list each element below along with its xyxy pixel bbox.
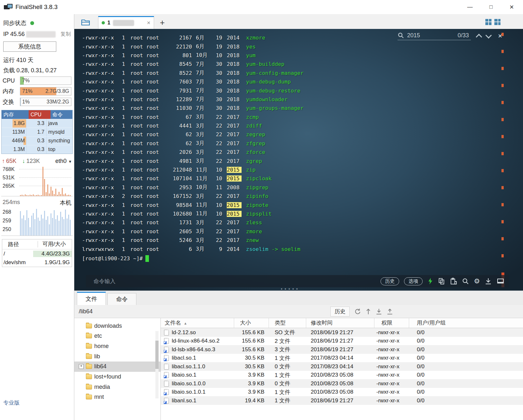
paste-icon[interactable] [450, 278, 457, 285]
file-row[interactable]: ld-2.12.so 155.6 KB SO 文件 2018/06/19 21:… [161, 328, 523, 337]
new-tab-button[interactable]: + [160, 19, 165, 26]
search-prev-button[interactable] [476, 34, 482, 40]
file-name: yum-config-manager [246, 70, 304, 76]
modified-month: 11月 [196, 175, 212, 182]
copy-icon[interactable] [438, 278, 445, 285]
close-button[interactable]: ✕ [509, 4, 514, 11]
chart-bar [23, 215, 24, 236]
tree-scrollbar-thumb[interactable] [155, 341, 159, 369]
file-row[interactable]: libaio.so.1.0.0 3.9 KB 0 文件 2010/08/23 0… [161, 379, 523, 388]
tree-item[interactable]: + etc [74, 331, 161, 341]
terminal-row: -rwxr-xr-x 1 root root 12289 7月 30 2018 … [82, 95, 523, 104]
header-perms[interactable]: 权限 [374, 318, 409, 328]
process-header-cpu[interactable]: CPU [29, 110, 50, 119]
current-path[interactable]: /lib64 [74, 308, 93, 315]
system-info-button[interactable]: 系统信息 [3, 41, 56, 52]
header-user[interactable]: 用户/用户组 [409, 318, 523, 328]
owner-group: root root [130, 70, 162, 76]
minimize-button[interactable]: — [467, 4, 473, 10]
interface-dropdown[interactable]: eth0 ▼ [55, 158, 72, 165]
disk-header-size[interactable]: 可用/大小 [38, 241, 72, 247]
header-type[interactable]: 类型 [269, 318, 306, 328]
file-name: yum-groups-manager [246, 105, 304, 111]
owner-group: root root [130, 96, 162, 103]
refresh-icon[interactable] [354, 308, 361, 315]
tree-item[interactable]: + home [74, 341, 161, 352]
process-header-mem[interactable]: 内存 [2, 110, 29, 119]
modified-day: 10 [212, 211, 222, 217]
file-row[interactable]: libanl.so.1 19.4 KB 1 文件 2018/06/19 21:2… [161, 396, 523, 405]
find-icon[interactable] [462, 278, 469, 285]
session-tab[interactable]: 1 ✕ [98, 16, 154, 29]
file-row[interactable]: libacl.so.1.1.0 30.5 KB 0 文件 2017/08/23 … [161, 362, 523, 371]
modified-month: 6月 [196, 43, 212, 50]
file-size: 62 [162, 140, 192, 147]
file-row[interactable]: libacl.so.1 30.5 KB 1 文件 2017/08/23 04:1… [161, 354, 523, 362]
tree-item[interactable]: + media [74, 382, 161, 392]
link-count: 1 [115, 79, 125, 85]
header-size[interactable]: 大小 [234, 318, 269, 328]
file-size: 67 [162, 114, 192, 120]
modified-day: 10 [212, 52, 222, 58]
ping-ytick: 268 [3, 209, 11, 215]
cpu-meter: 7% [20, 76, 71, 85]
chart-bar [49, 193, 50, 196]
tree-item[interactable]: + mnt [74, 392, 161, 402]
download-icon[interactable] [485, 278, 492, 285]
chart-bar [50, 213, 51, 236]
modified-day: 22 [212, 131, 222, 138]
file-row-mtime: 2010/08/23 05:08 [306, 389, 374, 395]
file-row-perms: -rwxr-xr-x [374, 329, 409, 336]
transfer-up-icon[interactable] [365, 308, 371, 315]
search-input[interactable]: 2015 [407, 32, 448, 39]
upload-file-icon[interactable] [387, 308, 393, 315]
open-connections-button[interactable] [80, 17, 91, 27]
expander-icon[interactable]: + [79, 364, 84, 369]
fullscreen-window-icon[interactable] [497, 278, 504, 285]
file-row[interactable]: ld-lsb-x86-64.so.3 155.6 KB 3 文件 2018/06… [161, 345, 523, 354]
tab-close-icon[interactable]: ✕ [147, 20, 151, 25]
modified-day: 22 [212, 114, 222, 120]
process-header-cmd[interactable]: 命令 [50, 110, 72, 119]
file-row[interactable]: libaio.so.1.0.1 3.9 KB 1 文件 2010/08/23 0… [161, 388, 523, 397]
bottom-tab[interactable]: 命令 [107, 293, 136, 305]
maximize-button[interactable]: □ [489, 4, 492, 10]
path-history-button[interactable]: 历史 [330, 307, 350, 317]
modified-month: 3月 [196, 219, 212, 226]
bottom-tab[interactable]: 文件 [77, 292, 106, 305]
quick-command-icon[interactable] [427, 278, 433, 285]
process-row[interactable]: 446M 0.3 syncthing [2, 136, 72, 145]
terminal-panel[interactable]: -rwxr-xr-x 1 root root 2167 6月 19 2014 x… [74, 29, 523, 290]
layout-grid-icon[interactable] [485, 19, 491, 25]
process-row[interactable]: 113M 1.7 mysqld [2, 128, 72, 136]
search-next-button[interactable] [485, 32, 492, 39]
process-cpu: 0.3 [26, 137, 47, 145]
header-filename[interactable]: 文件名▲ [161, 318, 234, 328]
tree-items: + downloads + etc + home + lib + lib64 +… [74, 321, 161, 402]
settings-gear-icon[interactable]: ⚙ [474, 278, 480, 284]
file-row-name: libaio.so.1.0.1 [172, 389, 206, 395]
terminal-row: -rwxr-xr-x 1 root root 2026 3月 22 2017 z… [82, 148, 523, 156]
disk-header-path[interactable]: 路径 [2, 241, 38, 248]
tree-item[interactable]: + lib64 [74, 362, 161, 372]
tree-item[interactable]: + lib [74, 351, 161, 362]
command-input[interactable]: 命令输入 [86, 278, 115, 285]
download-file-icon[interactable] [376, 308, 382, 315]
history-button[interactable]: 历史 [381, 277, 399, 285]
copy-ip-button[interactable]: 复制 [60, 31, 71, 38]
file-row[interactable]: libaio.so.1 3.9 KB 1 文件 2010/08/23 05:08… [161, 371, 523, 380]
file-row[interactable]: ld-linux-x86-64.so.2 155.6 KB 2 文件 2018/… [161, 337, 523, 345]
shell-prompt: [root@li900-223 ~]# [82, 255, 143, 262]
file-name: zgrep [246, 158, 262, 164]
options-button[interactable]: 选项 [404, 277, 423, 285]
process-row[interactable]: 1.8G 3.3 java [2, 119, 72, 128]
header-mtime[interactable]: 修改时间 [306, 318, 374, 328]
disk-row: / 4.4G/23.3G [2, 249, 72, 258]
tree-item[interactable]: + downloads [74, 321, 161, 331]
process-row[interactable]: 1.3M 0.3 top [2, 145, 72, 154]
link-count: 1 [115, 44, 125, 50]
tree-item[interactable]: + lost+found [74, 372, 161, 382]
splitter-handle[interactable]: ● ● ● ● ● [281, 287, 298, 290]
layout-split-icon[interactable] [494, 19, 500, 25]
modified-month: 11月 [196, 210, 212, 217]
